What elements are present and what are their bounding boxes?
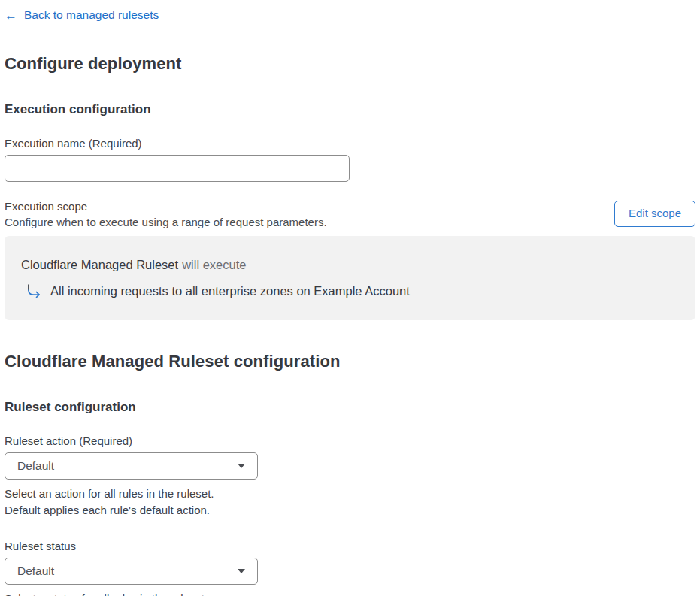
execution-scope-label: Execution scope — [5, 200, 327, 213]
execution-scope-text-group: Execution scope Configure when to execut… — [5, 200, 327, 228]
ruleset-action-label: Ruleset action (Required) — [5, 434, 695, 447]
ruleset-configuration-title: Cloudflare Managed Ruleset configuration — [5, 352, 695, 371]
ruleset-configuration-subheading: Ruleset configuration — [5, 400, 695, 415]
ruleset-status-help-1: Select a status for all rules in the rul… — [5, 591, 695, 596]
back-link[interactable]: ← Back to managed rulesets — [5, 8, 159, 22]
ruleset-action-select[interactable]: Default — [5, 452, 258, 480]
execution-scope-row: Execution scope Configure when to execut… — [5, 200, 695, 228]
execution-name-label: Execution name (Required) — [5, 137, 695, 150]
ruleset-action-help-1: Select an action for all rules in the ru… — [5, 486, 695, 502]
scope-summary-detail-row: All incoming requests to all enterprise … — [21, 283, 679, 301]
execution-name-input[interactable] — [5, 155, 350, 182]
execution-scope-description: Configure when to execute using a range … — [5, 216, 327, 228]
arrow-left-icon: ← — [5, 9, 17, 22]
page-title: Configure deployment — [5, 54, 695, 74]
scope-summary-headline: Cloudflare Managed Rulesetwill execute — [21, 257, 679, 272]
ruleset-status-label: Ruleset status — [5, 540, 695, 552]
scope-summary-panel: Cloudflare Managed Rulesetwill execute A… — [5, 236, 695, 320]
ruleset-action-help-2: Default applies each rule's default acti… — [5, 502, 695, 519]
scope-summary-detail: All incoming requests to all enterprise … — [50, 284, 410, 298]
return-arrow-icon — [24, 283, 42, 301]
ruleset-status-value: Default — [17, 564, 54, 578]
chevron-down-icon — [238, 464, 245, 468]
back-link-label: Back to managed rulesets — [24, 8, 159, 22]
ruleset-action-value: Default — [17, 459, 54, 473]
ruleset-status-select[interactable]: Default — [5, 558, 258, 585]
chevron-down-icon — [238, 569, 245, 573]
edit-scope-button[interactable]: Edit scope — [614, 201, 695, 227]
execution-configuration-heading: Execution configuration — [5, 102, 695, 117]
scope-summary-suffix: will execute — [182, 258, 246, 271]
scope-summary-ruleset-name: Cloudflare Managed Ruleset — [21, 258, 178, 271]
